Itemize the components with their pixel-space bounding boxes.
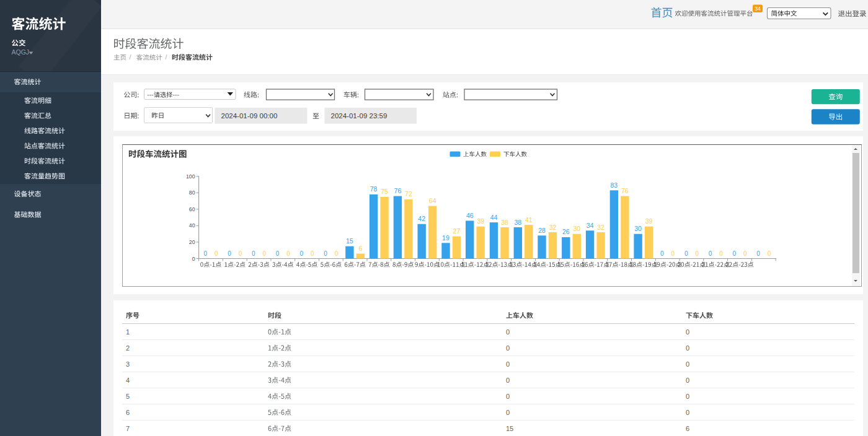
svg-text:2024-01-09 00:00: 2024-01-09 00:00: [221, 112, 278, 120]
svg-text:6: 6: [686, 425, 689, 432]
svg-text:1: 1: [126, 328, 130, 336]
svg-text:0: 0: [686, 377, 689, 384]
svg-text:20: 20: [189, 239, 195, 245]
svg-text:28: 28: [538, 227, 546, 234]
svg-text:44: 44: [490, 214, 498, 221]
svg-text:6: 6: [358, 245, 362, 252]
svg-text:AQGJ: AQGJ: [12, 48, 30, 56]
svg-text:40: 40: [189, 222, 195, 229]
svg-text:0: 0: [506, 328, 510, 336]
svg-text:83: 83: [611, 181, 618, 189]
svg-text:80: 80: [189, 190, 195, 196]
svg-text:30: 30: [634, 225, 642, 232]
svg-text:0: 0: [262, 250, 266, 257]
svg-text:0: 0: [300, 250, 304, 257]
svg-text:0: 0: [215, 250, 218, 257]
svg-text:0: 0: [311, 250, 314, 257]
svg-text:6: 6: [126, 409, 130, 416]
svg-text:26: 26: [562, 228, 570, 235]
svg-text:0: 0: [686, 344, 689, 352]
svg-text:41: 41: [525, 216, 533, 224]
svg-text:0: 0: [743, 250, 747, 257]
svg-text:0: 0: [695, 250, 699, 257]
svg-text:0: 0: [686, 328, 689, 336]
svg-text:0: 0: [506, 344, 510, 352]
svg-text:38: 38: [514, 219, 521, 226]
svg-text:76: 76: [394, 187, 402, 194]
svg-text:0: 0: [203, 250, 207, 257]
svg-text:3: 3: [126, 360, 130, 368]
svg-text:0: 0: [660, 250, 664, 257]
svg-text:34: 34: [755, 6, 761, 12]
svg-text:76: 76: [621, 187, 629, 194]
svg-text:5: 5: [126, 393, 130, 400]
svg-text:75: 75: [381, 188, 388, 195]
svg-text:0: 0: [506, 393, 510, 400]
svg-text:0: 0: [756, 250, 760, 257]
svg-text:0: 0: [686, 360, 689, 368]
svg-text:0: 0: [671, 250, 675, 257]
svg-text:46: 46: [466, 212, 474, 219]
svg-text:39: 39: [645, 217, 653, 225]
svg-text:/: /: [130, 53, 131, 61]
svg-text:42: 42: [418, 215, 425, 222]
svg-text:0: 0: [732, 250, 736, 257]
svg-text:2: 2: [126, 344, 130, 352]
svg-text:15: 15: [346, 237, 353, 245]
svg-text:0: 0: [506, 360, 510, 368]
svg-text:/: /: [166, 53, 167, 61]
svg-text:0: 0: [252, 250, 255, 257]
svg-text:0: 0: [239, 250, 242, 257]
svg-text:0: 0: [686, 409, 689, 416]
svg-text:15: 15: [506, 425, 513, 432]
svg-text:34: 34: [587, 222, 594, 229]
svg-text:0: 0: [276, 250, 280, 257]
svg-text:0: 0: [506, 409, 510, 416]
svg-text:100: 100: [186, 173, 195, 180]
svg-text:78: 78: [370, 185, 378, 193]
svg-text:0: 0: [192, 256, 195, 262]
svg-text:30: 30: [573, 225, 580, 232]
svg-text:64: 64: [429, 197, 436, 204]
svg-text:2024-01-09 23:59: 2024-01-09 23:59: [331, 112, 388, 120]
svg-text:0: 0: [506, 377, 510, 384]
svg-text:4: 4: [126, 377, 130, 384]
svg-text:0: 0: [709, 250, 712, 257]
svg-text:27: 27: [453, 227, 461, 235]
svg-text:0: 0: [684, 250, 688, 257]
svg-text:0: 0: [228, 250, 231, 257]
svg-text:39: 39: [477, 217, 484, 225]
svg-text:32: 32: [549, 224, 557, 231]
svg-text:72: 72: [405, 190, 412, 198]
svg-text:0: 0: [768, 250, 771, 257]
svg-text:60: 60: [189, 206, 195, 212]
svg-text:32: 32: [597, 224, 604, 231]
svg-text:0: 0: [324, 250, 327, 257]
svg-text:38: 38: [501, 219, 508, 226]
svg-text:0: 0: [335, 250, 339, 257]
svg-text:0: 0: [719, 250, 723, 257]
svg-text:19: 19: [442, 234, 450, 242]
svg-text:7: 7: [126, 425, 130, 432]
svg-text:0: 0: [286, 250, 290, 257]
svg-text:0: 0: [686, 393, 689, 400]
